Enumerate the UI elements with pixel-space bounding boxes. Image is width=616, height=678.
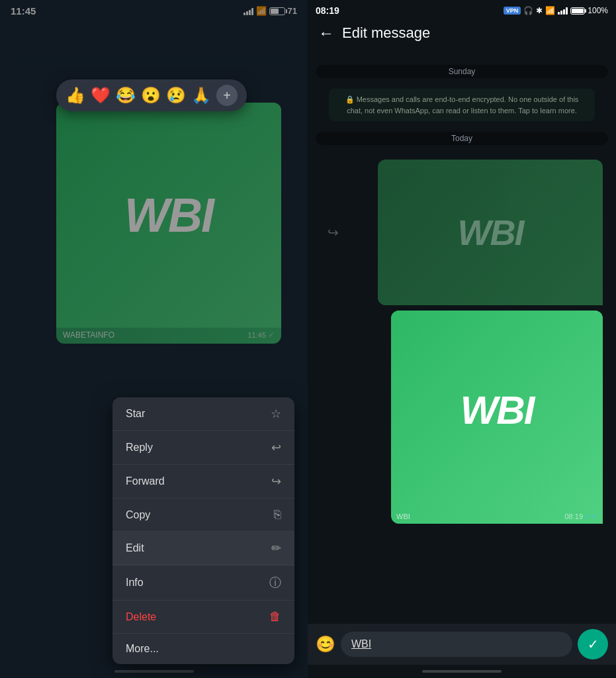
message-name-right: WBI <box>396 512 410 520</box>
edit-message-title: Edit message <box>342 24 430 42</box>
wbi-image-dim: WBI <box>378 160 603 305</box>
menu-forward-label: Forward <box>126 475 165 487</box>
message-bubble-1: WBI <box>378 160 603 305</box>
right-header: ← Edit message <box>308 19 616 50</box>
menu-item-edit[interactable]: Edit ✏ <box>112 532 294 565</box>
menu-copy-label: Copy <box>126 509 150 521</box>
home-indicator-right <box>308 665 616 678</box>
menu-info-label: Info <box>126 577 144 589</box>
emoji-laugh[interactable]: 😂 <box>116 86 136 105</box>
back-button[interactable]: ← <box>318 24 334 42</box>
menu-item-star[interactable]: Star ☆ <box>112 397 294 431</box>
wbi-logo-dim: WBI <box>458 212 523 253</box>
send-button[interactable]: ✓ <box>578 629 608 659</box>
message-time-right: 08:19 ✓✓ <box>564 512 597 521</box>
emoji-picker-button[interactable]: 😊 <box>316 635 335 654</box>
emoji-reaction-bar[interactable]: 👍 ❤️ 😂 😮 😢 🙏 + <box>56 79 247 111</box>
right-status-icons: VPN 🎧 ✱ 📶 100% <box>504 6 608 15</box>
double-checkmark: ✓✓ <box>584 512 597 521</box>
right-status-bar: 08:19 VPN 🎧 ✱ 📶 100% <box>308 0 616 19</box>
menu-reply-label: Reply <box>126 442 153 454</box>
wbi-image-bright: WBI <box>391 311 603 509</box>
menu-more-label: More... <box>126 643 159 655</box>
battery-percent-right: 100% <box>588 6 608 15</box>
home-bar <box>422 670 502 673</box>
date-today-container: Today <box>316 126 608 150</box>
star-icon: ☆ <box>271 407 281 421</box>
menu-item-info[interactable]: Info ⓘ <box>112 565 294 601</box>
message-row-2: WBI WBI 08:19 ✓✓ <box>321 311 603 524</box>
bluetooth-icon: 🎧 <box>523 6 533 15</box>
info-icon: ⓘ <box>269 575 281 591</box>
asterisk-icon: ✱ <box>536 6 543 15</box>
emoji-thumbsup[interactable]: 👍 <box>66 86 85 105</box>
reply-icon: ↩ <box>271 440 281 455</box>
message-input[interactable] <box>341 632 572 657</box>
emoji-pray[interactable]: 🙏 <box>191 86 211 105</box>
emoji-heart[interactable]: ❤️ <box>91 86 110 105</box>
chat-area[interactable]: Sunday 🔒 Messages and calls are end-to-e… <box>308 50 616 624</box>
forward-icon: ↪ <box>271 474 281 489</box>
menu-delete-label: Delete <box>126 611 156 623</box>
menu-item-reply[interactable]: Reply ↩ <box>112 431 294 465</box>
signal-icon-right <box>558 7 568 15</box>
menu-item-copy[interactable]: Copy ⎘ <box>112 499 294 532</box>
add-reaction-button[interactable]: + <box>216 85 238 106</box>
date-today: Today <box>316 132 608 145</box>
emoji-surprised[interactable]: 😮 <box>141 86 161 105</box>
messages-container: ↪ WBI WBI WBI 08:19 <box>316 154 608 524</box>
copy-icon: ⎘ <box>274 508 281 522</box>
input-bar: 😊 ✓ <box>308 624 616 665</box>
menu-item-forward[interactable]: Forward ↪ <box>112 465 294 499</box>
message-row-1: ↪ WBI <box>321 160 603 305</box>
date-sunday-container: Sunday <box>316 60 608 83</box>
delete-icon: 🗑 <box>269 610 281 624</box>
wifi-icon-right: 📶 <box>545 6 555 15</box>
edit-icon: ✏ <box>271 541 281 556</box>
wbi-logo-bright: WBI <box>461 387 534 433</box>
context-menu: Star ☆ Reply ↩ Forward ↪ Copy ⎘ Edit ✏ I… <box>112 397 294 664</box>
menu-item-delete[interactable]: Delete 🗑 <box>112 601 294 634</box>
vpn-badge: VPN <box>504 7 521 15</box>
send-checkmark-icon: ✓ <box>588 636 599 652</box>
encryption-notice[interactable]: 🔒 Messages and calls are end-to-end encr… <box>329 89 595 121</box>
message-footer-right: WBI 08:19 ✓✓ <box>391 509 603 524</box>
emoji-cry[interactable]: 😢 <box>166 86 186 105</box>
encryption-text: 🔒 Messages and calls are end-to-end encr… <box>345 95 579 115</box>
forward-arrow-icon: ↪ <box>328 224 339 240</box>
menu-star-label: Star <box>126 408 145 420</box>
menu-edit-label: Edit <box>126 542 144 554</box>
date-sunday: Sunday <box>316 65 608 78</box>
left-panel: 11:45 📶 71 👍 ❤️ 😂 😮 😢 🙏 + WBI <box>0 0 308 678</box>
message-bubble-2: WBI WBI 08:19 ✓✓ <box>391 311 603 524</box>
right-time: 08:19 <box>316 5 339 16</box>
menu-item-more[interactable]: More... <box>112 634 294 664</box>
battery-right <box>570 7 585 15</box>
right-panel: 08:19 VPN 🎧 ✱ 📶 100% ← Edit message Sund… <box>308 0 616 678</box>
